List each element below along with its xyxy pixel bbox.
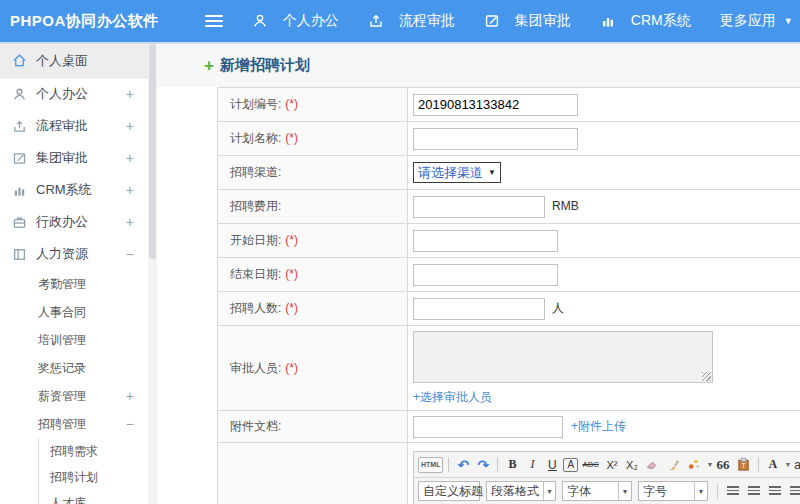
undo-button[interactable]: ↶ bbox=[454, 455, 472, 474]
sidebar-item-attendance[interactable]: 考勤管理 bbox=[0, 270, 148, 298]
channel-select[interactable]: 请选择渠道 ▼ bbox=[413, 162, 501, 183]
font-color-button[interactable]: A bbox=[764, 455, 782, 474]
paint-format-button[interactable] bbox=[685, 455, 704, 474]
strikethrough-button[interactable]: ABC bbox=[580, 455, 600, 474]
expand-toggle[interactable]: + bbox=[126, 388, 134, 404]
sidebar-item-admin-office[interactable]: 行政办公 + bbox=[0, 206, 148, 238]
sidebar-item-label: 流程审批 bbox=[36, 117, 88, 135]
sidebar-item-label: 招聘需求 bbox=[50, 443, 98, 460]
start-date-input[interactable] bbox=[413, 230, 558, 252]
sidebar-item-reward-punishment[interactable]: 奖惩记录 bbox=[0, 354, 148, 382]
expand-toggle[interactable]: + bbox=[126, 214, 134, 230]
plan-name-input[interactable] bbox=[413, 128, 578, 150]
chevron-down-icon[interactable]: ▾ bbox=[786, 460, 790, 469]
sidebar-item-label: 培训管理 bbox=[38, 332, 86, 349]
recruitment-subtree: 招聘需求 招聘计划 人才库 bbox=[0, 438, 148, 504]
expand-toggle[interactable]: + bbox=[126, 118, 134, 134]
resize-handle-icon[interactable] bbox=[702, 372, 711, 381]
superscript-button[interactable]: X² bbox=[603, 455, 621, 474]
sidebar-item-label: 个人桌面 bbox=[36, 52, 88, 70]
nav-item-group-approval[interactable]: 集团审批 bbox=[484, 12, 571, 30]
italic-button[interactable]: I bbox=[523, 455, 541, 474]
align-left-button[interactable] bbox=[723, 482, 742, 500]
person-icon bbox=[252, 13, 268, 29]
format-brush-button[interactable] bbox=[664, 455, 683, 474]
required-mark: (*) bbox=[285, 233, 298, 247]
sidebar-item-training[interactable]: 培训管理 bbox=[0, 326, 148, 354]
plan-no-input[interactable] bbox=[413, 94, 578, 116]
attachment-upload-link[interactable]: +附件上传 bbox=[571, 419, 626, 433]
expand-toggle[interactable]: + bbox=[126, 182, 134, 198]
chevron-down-icon[interactable]: ▾ bbox=[708, 460, 712, 469]
underline-button[interactable]: U bbox=[543, 455, 561, 474]
fee-label: 招聘费用: bbox=[230, 199, 281, 213]
font-size-select[interactable]: 字号 ▾ bbox=[638, 481, 708, 501]
approver-textarea[interactable] bbox=[413, 331, 713, 383]
form-row-approver: 审批人员:(*) +选择审批人员 bbox=[218, 326, 800, 411]
redo-button[interactable]: ↷ bbox=[474, 455, 492, 474]
sidebar-item-workflow-approval[interactable]: 流程审批 + bbox=[0, 110, 148, 142]
nav-item-workflow-approval[interactable]: 流程审批 bbox=[368, 12, 455, 30]
app-logo: PHPOA协同办公软件 bbox=[10, 12, 159, 31]
fee-input[interactable] bbox=[413, 196, 545, 218]
sidebar-item-talent-pool[interactable]: 人才库 bbox=[0, 490, 148, 504]
scrollbar-thumb[interactable] bbox=[149, 44, 156, 259]
nav-item-label: CRM系统 bbox=[631, 12, 691, 30]
expand-toggle[interactable]: + bbox=[126, 150, 134, 166]
sidebar-item-group-approval[interactable]: 集团审批 + bbox=[0, 142, 148, 174]
paragraph-format-select[interactable]: 段落格式 ▾ bbox=[486, 481, 556, 501]
nav-item-personal-office[interactable]: 个人办公 bbox=[252, 12, 339, 30]
bold-button[interactable]: B bbox=[503, 455, 521, 474]
home-icon bbox=[12, 53, 27, 68]
align-right-button[interactable] bbox=[765, 482, 784, 500]
form-row-end-date: 结束日期:(*) bbox=[218, 258, 800, 292]
hamburger-menu-icon[interactable] bbox=[205, 15, 223, 27]
svg-text:T: T bbox=[741, 462, 745, 469]
choose-approver-link[interactable]: +选择审批人员 bbox=[413, 389, 800, 406]
sidebar-item-salary[interactable]: 薪资管理 + bbox=[0, 382, 148, 410]
nav-item-crm[interactable]: CRM系统 bbox=[600, 12, 691, 30]
align-justify-button[interactable] bbox=[786, 482, 800, 500]
sidebar-item-recruitment[interactable]: 招聘管理 − bbox=[0, 410, 148, 438]
sidebar-item-recruit-plan[interactable]: 招聘计划 bbox=[0, 464, 148, 490]
html-source-button[interactable]: HTML bbox=[418, 457, 443, 473]
highlight-color-button[interactable]: ab bbox=[792, 455, 800, 474]
form-row-channel: 招聘渠道: 请选择渠道 ▼ bbox=[218, 156, 800, 190]
sidebar-item-personal-desktop[interactable]: 个人桌面 bbox=[0, 44, 148, 78]
sidebar-item-label: CRM系统 bbox=[36, 181, 92, 199]
required-mark: (*) bbox=[285, 301, 298, 315]
align-justify-icon bbox=[790, 486, 800, 496]
eraser-button[interactable] bbox=[643, 455, 662, 474]
headcount-input[interactable] bbox=[413, 298, 545, 320]
briefcase-icon bbox=[12, 215, 27, 230]
page-title: 新增招聘计划 bbox=[220, 56, 310, 75]
heading-select[interactable]: 自定义标题 ▾ bbox=[418, 481, 480, 501]
subscript-button[interactable]: X₂ bbox=[623, 455, 641, 474]
toolbar-divider bbox=[497, 457, 498, 472]
sidebar-item-hr[interactable]: 人力资源 − bbox=[0, 238, 148, 270]
editor-toolbar-row1: HTML ↶ ↷ B I U A ABC X² X₂ bbox=[414, 452, 800, 478]
sidebar-item-personal-office[interactable]: 个人办公 + bbox=[0, 78, 148, 110]
expand-toggle[interactable]: − bbox=[126, 246, 134, 262]
sidebar-item-label: 奖惩记录 bbox=[38, 360, 86, 377]
attachment-input[interactable] bbox=[413, 416, 563, 438]
nav-item-more-apps[interactable]: 更多应用 ▼ bbox=[720, 12, 793, 30]
align-center-button[interactable] bbox=[744, 482, 763, 500]
expand-toggle[interactable]: − bbox=[126, 416, 134, 432]
align-left-icon bbox=[727, 486, 739, 496]
blockquote-button[interactable]: 66 bbox=[714, 455, 732, 474]
form-row-plan-no: 计划编号:(*) bbox=[218, 88, 800, 122]
font-border-button[interactable]: A bbox=[563, 458, 578, 472]
end-date-input[interactable] bbox=[413, 264, 558, 286]
font-size-select-value: 字号 bbox=[643, 483, 667, 500]
flow-approval-icon bbox=[368, 13, 384, 29]
sidebar-scrollbar[interactable] bbox=[148, 44, 157, 504]
sidebar-item-recruit-demand[interactable]: 招聘需求 bbox=[0, 438, 148, 464]
sidebar-item-crm[interactable]: CRM系统 + bbox=[0, 174, 148, 206]
sidebar-item-hr-contract[interactable]: 人事合同 bbox=[0, 298, 148, 326]
font-family-select[interactable]: 字体 ▾ bbox=[562, 481, 632, 501]
sidebar-item-label: 人力资源 bbox=[36, 245, 88, 263]
app-window: PHPOA协同办公软件 个人办公 流程审批 集团审批 bbox=[0, 0, 800, 504]
paste-button[interactable]: T bbox=[734, 455, 753, 474]
expand-toggle[interactable]: + bbox=[126, 86, 134, 102]
